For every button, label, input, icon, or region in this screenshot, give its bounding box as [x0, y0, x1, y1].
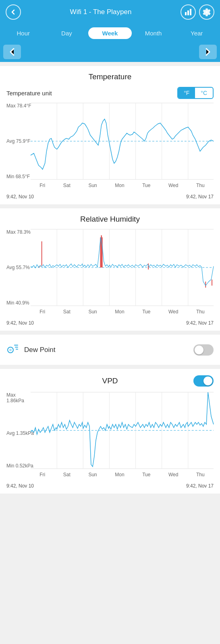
- unit-celsius-button[interactable]: °C: [195, 88, 213, 98]
- unit-row: Temperature unit °F °C: [6, 87, 214, 99]
- temperature-chart: Max 78.4°F Avg 75.9°F Min 68.5°F: [6, 103, 214, 191]
- temp-chart-area: [31, 103, 214, 179]
- dew-point-row: Dew Point: [0, 335, 220, 365]
- page-title: Wifi 1 - The Playpen: [21, 8, 181, 16]
- vpd-x-labels: Fri Sat Sun Mon Tue Wed Thu: [31, 469, 214, 481]
- humidity-card: Relative Humidity Max 78.3% Avg 55.7% Mi…: [0, 208, 220, 331]
- humidity-avg-label: Avg 55.7%: [6, 265, 34, 270]
- humidity-date-range: 9:42, Nov 10 9:42, Nov 17: [6, 320, 214, 326]
- next-button[interactable]: [199, 45, 217, 59]
- vpd-header: VPD: [6, 375, 214, 387]
- vpd-y-labels: Max 1.86kPa Avg 1.35kPa Min 0.52kPa: [6, 392, 34, 469]
- temp-x-labels: Fri Sat Sun Mon Tue Wed Thu: [31, 179, 214, 191]
- humidity-date-end: 9:42, Nov 17: [186, 320, 214, 326]
- unit-label: Temperature unit: [6, 90, 52, 97]
- temp-min-label: Min 68.5°F: [6, 174, 34, 179]
- temp-avg-label: Avg 75.9°F: [6, 138, 34, 144]
- dew-point-toggle[interactable]: [193, 344, 214, 356]
- temp-date-range: 9:42, Nov 10 9:42, Nov 17: [6, 194, 214, 200]
- nav-arrows: [0, 42, 220, 62]
- humidity-x-labels: Fri Sat Sun Mon Tue Wed Thu: [31, 306, 214, 318]
- header: Wifi 1 - The Playpen: [0, 0, 220, 24]
- vpd-card: VPD Max 1.86kPa Avg 1.35kPa Min 0.52kPa: [0, 369, 220, 494]
- humidity-min-label: Min 40.9%: [6, 300, 34, 306]
- vpd-toggle[interactable]: [193, 375, 214, 387]
- temperature-title: Temperature: [6, 72, 214, 81]
- temp-date-start: 9:42, Nov 10: [6, 194, 34, 200]
- vpd-toggle-knob: [203, 377, 212, 385]
- humidity-chart-area: [31, 229, 214, 306]
- tab-day[interactable]: Day: [45, 27, 89, 39]
- vpd-avg-label: Avg 1.35kPa: [6, 430, 34, 436]
- vpd-title: VPD: [27, 377, 193, 385]
- prev-button[interactable]: [3, 45, 21, 59]
- header-actions: [181, 4, 214, 20]
- back-button[interactable]: [6, 4, 21, 20]
- chart-button[interactable]: [181, 4, 196, 20]
- tab-week[interactable]: Week: [88, 27, 132, 39]
- vpd-date-range: 9:42, Nov 10 9:42, Nov 17: [6, 483, 214, 489]
- svg-point-30: [9, 349, 12, 351]
- tab-month[interactable]: Month: [132, 27, 175, 39]
- vpd-min-label: Min 0.52kPa: [6, 463, 34, 469]
- unit-toggle: °F °C: [177, 87, 214, 99]
- tab-bar: Hour Day Week Month Year: [0, 24, 220, 42]
- temp-date-end: 9:42, Nov 17: [186, 194, 214, 200]
- temperature-card: Temperature Temperature unit °F °C Max 7…: [0, 66, 220, 204]
- humidity-date-start: 9:42, Nov 10: [6, 320, 34, 326]
- temp-max-label: Max 78.4°F: [6, 103, 34, 109]
- dew-point-toggle-knob: [195, 346, 203, 354]
- dew-point-icon: [6, 342, 19, 358]
- dew-point-label: Dew Point: [24, 346, 193, 354]
- humidity-max-label: Max 78.3%: [6, 229, 34, 235]
- svg-rect-2: [190, 9, 191, 15]
- vpd-max-label: Max 1.86kPa: [6, 392, 34, 403]
- unit-fahrenheit-button[interactable]: °F: [178, 88, 195, 98]
- temp-y-labels: Max 78.4°F Avg 75.9°F Min 68.5°F: [6, 103, 34, 179]
- tab-year[interactable]: Year: [175, 27, 218, 39]
- vpd-chart-area: [31, 392, 214, 469]
- vpd-date-start: 9:42, Nov 10: [6, 483, 34, 489]
- svg-rect-0: [185, 12, 187, 15]
- svg-rect-1: [187, 10, 189, 15]
- vpd-date-end: 9:42, Nov 17: [186, 483, 214, 489]
- humidity-chart: Max 78.3% Avg 55.7% Min 40.9%: [6, 229, 214, 318]
- humidity-y-labels: Max 78.3% Avg 55.7% Min 40.9%: [6, 229, 34, 306]
- humidity-title: Relative Humidity: [6, 215, 214, 224]
- tab-hour[interactable]: Hour: [2, 27, 45, 39]
- settings-button[interactable]: [199, 4, 214, 20]
- vpd-chart: Max 1.86kPa Avg 1.35kPa Min 0.52kPa: [6, 392, 214, 481]
